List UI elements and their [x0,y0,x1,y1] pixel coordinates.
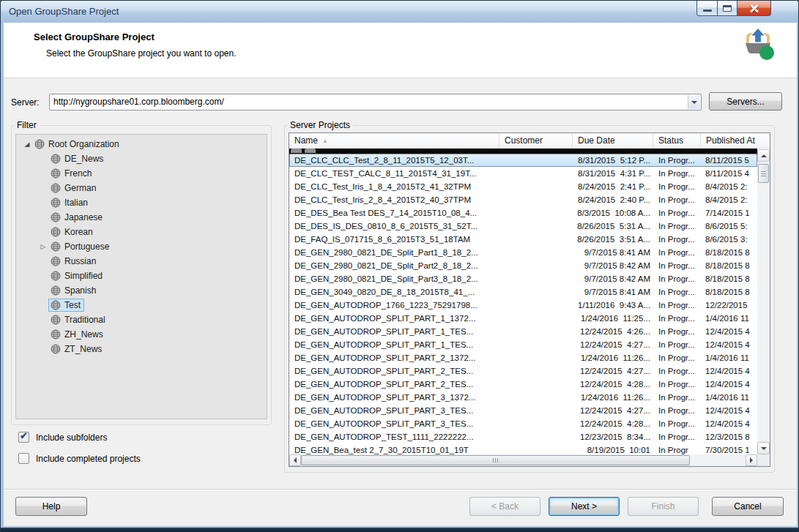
minimize-button[interactable] [696,1,718,16]
arrow-right-icon [750,457,753,463]
table-row[interactable]: DE_GEN_AUTODROP_SPLIT_PART_1_1372... 1/2… [289,312,757,325]
projects-group-label: Server Projects [287,120,353,130]
table-row[interactable]: DE_GEN_AUTODROP_1766_1223_75291798... 1/… [289,299,757,312]
table-row[interactable]: DE_DES_Bea Test DES_7_14_2015T10_08_4...… [289,206,757,220]
include-subfolders-checkbox[interactable]: ✔ [18,432,29,443]
horizontal-scrollbar[interactable] [289,454,757,466]
tree-item[interactable]: DE_News [16,151,267,166]
window-controls [696,1,771,16]
include-subfolders-label[interactable]: Include subfolders [36,432,107,443]
tree-item[interactable]: Russian [16,254,267,269]
scroll-left-button[interactable] [289,454,301,466]
servers-button[interactable]: Servers... [709,92,782,110]
scroll-right-button[interactable] [746,454,757,466]
column-header-name[interactable]: Name ▲ [289,133,499,148]
tree-item[interactable]: Traditional [16,312,267,327]
table-row[interactable]: DE_GEN_AUTODROP_SPLIT_PART_2_TES... 12/2… [289,364,757,378]
table-row[interactable]: DE_DES_IS_DES_0810_8_6_2015T5_31_52T... … [289,220,757,233]
cell-published-at: 8/18/2015 8 [701,288,757,296]
cell-due-date: 8/19/2015 10:01 [573,446,653,454]
open-project-basket-icon [740,26,776,61]
include-subfolders-checkbox-row[interactable]: ✔ Include subfolders [18,432,107,443]
tree-item[interactable]: ZH_News [16,327,267,342]
window-title: Open GroupShare Project [9,6,119,17]
table-row[interactable]: DE_GEN_Bea_test 2_7_30_2015T10_01_19T 8/… [289,443,757,455]
table-row[interactable]: DE_GEN_2980_0821_DE_Split_Part1_8_18_2..… [289,246,757,259]
cell-status: In Progr... [653,406,701,415]
tree-expander-icon[interactable]: ◢ [22,137,32,151]
table-row[interactable]: DE_GEN_3049_0820_DE_8_18_2015T8_41_... 9… [289,285,757,299]
table-row[interactable]: DE_GEN_AUTODROP_SPLIT_PART_3_TES... 12/2… [289,404,757,417]
tree-item[interactable]: Korean [16,225,267,239]
table-row[interactable]: DE_GEN_AUTODROP_SPLIT_PART_2_1372... 1/2… [289,351,757,364]
cell-due-date: 12/24/2015 4:28... [573,419,653,428]
table-row[interactable]: DE_GEN_AUTODROP_SPLIT_PART_1_TES... 12/2… [289,338,757,351]
tree-item[interactable]: ▷ Portuguese [16,239,267,254]
cell-name: DE_GEN_AUTODROP_1766_1223_75291798... [289,301,499,310]
cell-name: DE_GEN_AUTODROP_SPLIT_PART_1_TES... [289,327,499,336]
vertical-scrollbar-thumb[interactable] [758,164,769,183]
table-row[interactable]: DE_FAQ_IS_071715_8_6_2015T3_51_18TAM 8/2… [289,233,757,246]
column-header-customer[interactable]: Customer [499,133,573,148]
include-completed-checkbox[interactable]: ✔ [18,453,29,464]
cell-name: DE_GEN_2980_0821_DE_Split_Part3_8_18_2..… [289,274,499,283]
tree-item[interactable]: Japanese [16,210,267,225]
help-button[interactable]: Help [15,497,87,516]
cell-published-at: 1/4/2016 11 [701,353,757,362]
horizontal-scrollbar-thumb[interactable] [301,455,690,465]
close-button[interactable] [737,1,771,16]
column-header-status[interactable]: Status [653,133,701,148]
tree-item[interactable]: German [16,181,267,195]
table-row[interactable]: DE_GEN_AUTODROP_TEST_1111_2222222... 12/… [289,430,757,443]
cell-name: DE_DES_Bea Test DES_7_14_2015T10_08_4... [289,209,499,217]
cell-published-at: 8/18/2015 8 [701,248,757,257]
vertical-scrollbar[interactable] [757,149,770,454]
tree-item-label: DE_News [64,154,103,164]
scroll-down-button[interactable] [757,442,770,454]
table-row[interactable]: DE_CLC_Test_Iris_1_8_4_2015T2_41_32TPM 8… [289,180,757,193]
table-row[interactable]: DE_GEN_AUTODROP_SPLIT_PART_2_TES... 12/2… [289,378,757,391]
table-row[interactable]: DE_GEN_2980_0821_DE_Split_Part3_8_18_2..… [289,272,757,285]
cell-name: DE_DES_IS_DES_0810_8_6_2015T5_31_52T... [289,222,499,231]
tree-item[interactable]: Test [16,298,267,312]
table-row[interactable]: DE_GEN_AUTODROP_SPLIT_PART_1_TES... 12/2… [289,325,757,338]
column-header-published-at[interactable]: Published At [701,133,770,148]
globe-icon [34,139,45,149]
next-button[interactable]: Next > [549,497,620,516]
server-combobox[interactable]: http://nygroupshare01.corp.bloomberg.com… [49,94,702,110]
tree-item[interactable]: French [16,166,267,181]
tree-item[interactable]: Simplified [16,269,267,283]
tree-item-label: Portuguese [64,241,109,252]
maximize-button[interactable] [718,1,737,16]
tree-item[interactable]: ZT_News [16,342,267,356]
table-header-row: Name ▲ Customer Due Date Status Publishe… [289,133,770,149]
table-row[interactable]: DE_GEN_2980_0821_DE_Split_Part2_8_18_2..… [289,259,757,272]
globe-icon [51,344,61,354]
tree-expander-icon[interactable]: ▷ [38,239,48,254]
server-combobox-dropdown-button[interactable] [688,95,700,109]
table-row[interactable]: DE_GEN_AUTODROP_SPLIT_PART_3_1372... 1/2… [289,391,757,404]
cancel-button[interactable]: Cancel [712,497,784,516]
include-completed-label[interactable]: Include completed projects [36,454,141,464]
titlebar[interactable]: Open GroupShare Project [1,1,798,23]
table-row[interactable]: DE_CLC_CLC_Test_2_8_11_2015T5_12_03T... … [289,154,757,167]
cell-name: DE_CLC_Test_Iris_1_8_4_2015T2_41_32TPM [289,182,499,191]
cell-name: DE_GEN_3049_0820_DE_8_18_2015T8_41_... [289,288,499,296]
cell-status: In Progr... [653,353,701,362]
cell-status: In Progr... [653,380,701,389]
tree-item[interactable]: Spanish [16,283,267,298]
column-header-due-date[interactable]: Due Date [573,133,653,148]
table-row[interactable]: DE_CLC_Test_Iris_2_8_4_2015T2_40_37TPM 8… [289,193,757,206]
cell-status: In Progr... [653,235,701,244]
tree-item[interactable]: ◢ Root Organization [16,137,267,151]
cell-status: In Progr... [653,314,701,323]
table-row[interactable]: DE_CLC_TEST_CALC_8_11_2015T4_31_19T... 8… [289,167,757,180]
tree-item[interactable]: Italian [16,195,267,210]
globe-icon [51,198,61,208]
include-completed-checkbox-row[interactable]: ✔ Include completed projects [18,453,141,464]
cell-due-date: 9/7/2015 8:41 AM [573,248,653,257]
table-body: DE_CLC_CLC_Test_2_8_11_2015T5_12_03T... … [289,154,757,455]
tree-item-label: Spanish [64,285,96,296]
scroll-up-button[interactable] [757,149,770,162]
table-row[interactable]: DE_GEN_AUTODROP_SPLIT_PART_3_TES... 12/2… [289,417,757,430]
